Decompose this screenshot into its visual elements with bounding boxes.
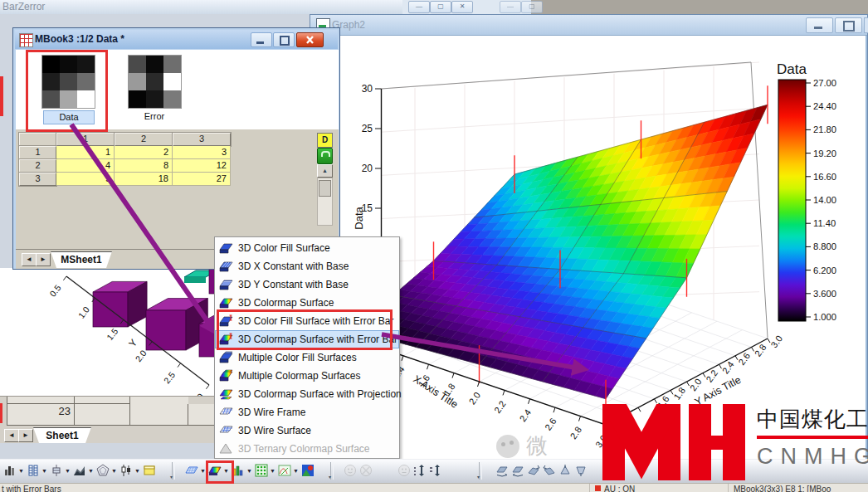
- rescale-axis-1-icon: [412, 463, 427, 478]
- minimize-button[interactable]: [251, 32, 272, 47]
- menu-item-3d-wire-surface[interactable]: 3D Wire Surface: [215, 421, 399, 440]
- scroll-up-icon[interactable]: ▲: [317, 164, 333, 178]
- toolbar-rotate-cw-button[interactable]: [510, 463, 525, 478]
- toolbar-decrease-perspective-button[interactable]: [573, 463, 588, 478]
- toolbar-rescale-axis-1-button[interactable]: [412, 463, 427, 478]
- dropdown-arrow-icon[interactable]: ▼: [64, 468, 71, 474]
- dropdown-arrow-icon[interactable]: ▼: [246, 468, 253, 474]
- row-header[interactable]: 1: [19, 146, 56, 159]
- toolbar-rescale-axis-2-button[interactable]: [428, 463, 443, 478]
- worksheet-cell-partial[interactable]: [7, 397, 75, 404]
- menu-item-3d-y-constant-with-base[interactable]: 3D Y Constant with Base: [215, 275, 399, 294]
- table-cell[interactable]: 9: [56, 173, 115, 186]
- worksheet-cell[interactable]: 23: [7, 404, 75, 426]
- annotation-box-edge-sliver: [0, 403, 2, 423]
- mbook3-window[interactable]: MBook3 :1/2 Data * DataError 12311232481…: [12, 27, 340, 270]
- lock-icon[interactable]: [317, 148, 333, 164]
- status-bar: t with Error Bars AU : ON MBook3(3x3) E8…: [0, 483, 868, 492]
- menu-item-multiple-colormap-surfaces[interactable]: Multiple Colormap Surfaces: [215, 367, 399, 385]
- close-icon[interactable]: ✕: [451, 1, 473, 13]
- 3d-wire-surface-icon: [184, 463, 199, 478]
- toolbar-3d-wire-surface-button[interactable]: ▼: [184, 463, 207, 478]
- menu-item-3d-colormap-surface-with-projection[interactable]: 3D Colormap Surface with Projection: [215, 385, 399, 403]
- row-header[interactable]: 3: [19, 173, 56, 186]
- table-cell[interactable]: 27: [173, 173, 231, 186]
- minimize-icon[interactable]: —: [500, 1, 521, 13]
- dropdown-arrow-icon[interactable]: ▼: [110, 468, 118, 474]
- table-cell[interactable]: 3: [173, 146, 231, 159]
- maximize-icon[interactable]: ▢: [430, 1, 451, 13]
- dropdown-arrow-icon[interactable]: ▼: [269, 468, 276, 474]
- dropdown-arrow-icon[interactable]: ▼: [87, 468, 95, 474]
- toolbar-rotate-ccw-button[interactable]: [495, 463, 510, 478]
- column-header[interactable]: 2: [115, 133, 173, 146]
- toolbar-3d-bar-plot-button[interactable]: ▼: [231, 463, 253, 478]
- menu-item-multiple-color-fill-surfaces[interactable]: Multiple Color Fill Surfaces: [215, 348, 399, 367]
- mini-worksheet-window[interactable]: 23 ◄ ► Sheet1: [0, 396, 222, 443]
- thumbnail-label[interactable]: Error: [129, 110, 179, 123]
- table-corner-cell[interactable]: [19, 133, 56, 146]
- toolbar-area-chart-button[interactable]: ▼: [72, 463, 95, 478]
- next-sheet-icon[interactable]: ►: [36, 253, 51, 266]
- worksheet-cell[interactable]: [75, 404, 130, 426]
- graph2-titlebar[interactable]: Graph2: [310, 15, 867, 36]
- minimize-icon[interactable]: —: [408, 1, 430, 13]
- worksheet-cell[interactable]: [130, 404, 188, 426]
- menu-item-3d-wire-frame[interactable]: 3D Wire Frame: [215, 403, 399, 421]
- row-header[interactable]: 2: [19, 159, 56, 173]
- matrix-book-icon: [19, 33, 33, 47]
- toolbar-box-plot-button[interactable]: ▼: [49, 463, 71, 478]
- annotation-box-menu-items: [217, 309, 393, 350]
- data-mode-button[interactable]: D: [317, 133, 333, 148]
- table-cell[interactable]: 8: [115, 159, 173, 173]
- menu-item-3d-color-fill-surface[interactable]: 3D Color Fill Surface: [215, 239, 399, 257]
- scrollbar-thumb[interactable]: [319, 180, 331, 197]
- prev-sheet-icon[interactable]: ◄: [22, 253, 37, 266]
- logo-chinese-text: 中国煤化工: [757, 405, 868, 434]
- table-cell[interactable]: 1: [56, 146, 115, 159]
- toolbar-tilt-right-button[interactable]: [542, 463, 557, 478]
- table-cell[interactable]: 18: [115, 173, 173, 186]
- toolbar-image-profile-plot-button[interactable]: [300, 463, 315, 478]
- thumbnail-cell: [129, 73, 146, 90]
- prev-sheet-icon[interactable]: ◄: [4, 429, 19, 442]
- table-cell[interactable]: 4: [56, 159, 115, 173]
- mbook3-titlebar[interactable]: MBook3 :1/2 Data *: [15, 30, 338, 49]
- next-sheet-icon[interactable]: ►: [18, 429, 33, 442]
- dropdown-arrow-icon[interactable]: ▼: [292, 468, 300, 474]
- menu-item-3d-x-constant-with-base[interactable]: 3D X Constant with Base: [215, 257, 399, 275]
- restore-button[interactable]: [835, 17, 862, 33]
- tab-msheet1[interactable]: MSheet1: [51, 251, 112, 268]
- dropdown-arrow-icon[interactable]: ▼: [17, 468, 25, 474]
- restore-button[interactable]: [273, 32, 295, 47]
- toolbar-radar-chart-button[interactable]: ▼: [95, 463, 118, 478]
- thumbnail-cell: [146, 56, 163, 73]
- matrix-thumbnail-error[interactable]: [128, 55, 182, 109]
- dropdown-arrow-icon[interactable]: ▼: [41, 468, 48, 474]
- column-header[interactable]: 1: [56, 133, 115, 146]
- toolbar-stacked-column-button[interactable]: ▼: [26, 463, 48, 478]
- toolbar-stock-chart-button[interactable]: ▼: [119, 463, 141, 478]
- dropdown-arrow-icon[interactable]: ▼: [134, 468, 141, 474]
- close-button[interactable]: [864, 17, 868, 33]
- tab-sheet1[interactable]: Sheet1: [33, 427, 91, 443]
- table-cell[interactable]: 2: [115, 146, 173, 159]
- toolbar-increase-perspective-button[interactable]: [558, 463, 573, 478]
- toolbar-separator: ▾: [330, 462, 334, 480]
- toolbar-scatter-matrix-button[interactable]: ▼: [254, 463, 276, 478]
- toolbar-bar-chart-button[interactable]: ▼: [2, 463, 25, 478]
- menu-item-label: 3D Color Fill Surface: [238, 242, 330, 254]
- matrix-table: 123112324812391827: [16, 129, 339, 249]
- toolbar-template-library-button[interactable]: [142, 463, 157, 478]
- toolbar-separator: ▾: [172, 462, 175, 480]
- worksheet-cell-partial[interactable]: [75, 397, 130, 404]
- close-button[interactable]: [296, 32, 324, 47]
- maximize-icon[interactable]: ▢: [521, 1, 543, 13]
- minimize-button[interactable]: [806, 17, 833, 33]
- toolbar-statistics-plot-button[interactable]: ▼: [277, 463, 300, 478]
- table-cell[interactable]: 12: [173, 159, 231, 173]
- toolbar-tilt-left-button[interactable]: [526, 463, 541, 478]
- status-hint: t with Error Bars: [2, 485, 61, 492]
- column-header[interactable]: 3: [173, 133, 231, 146]
- vertical-scrollbar[interactable]: [317, 178, 333, 226]
